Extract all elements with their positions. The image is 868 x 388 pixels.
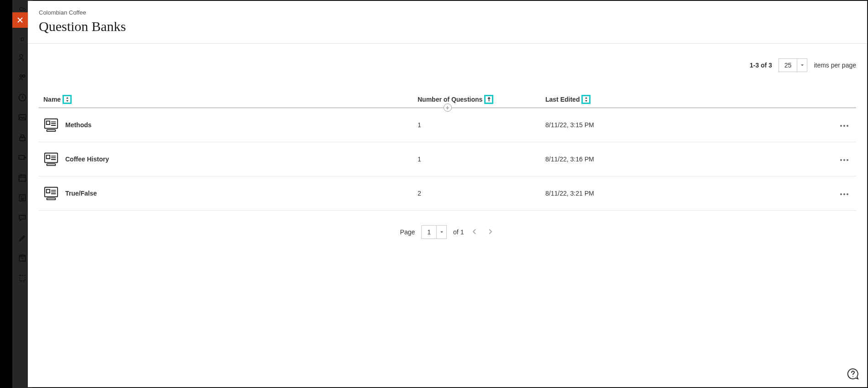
- sort-name-button[interactable]: [63, 95, 72, 104]
- items-per-page-value: 25: [779, 59, 797, 72]
- svg-rect-18: [47, 164, 56, 166]
- row-name: True/False: [65, 190, 97, 197]
- sort-asc-icon: [487, 97, 491, 102]
- svg-rect-13: [47, 121, 50, 125]
- next-page-button[interactable]: [486, 227, 495, 238]
- svg-rect-12: [47, 129, 56, 131]
- panel-body: 1-3 of 3 25 items per page Name Number o…: [28, 44, 867, 387]
- results-count: 1-3 of 3: [750, 62, 772, 69]
- row-date: 8/11/22, 3:16 PM: [545, 155, 594, 163]
- svg-point-20: [840, 159, 842, 161]
- question-banks-table: Name Number of Questions Last Edited: [39, 95, 856, 211]
- svg-rect-24: [47, 198, 56, 200]
- close-icon: [16, 16, 24, 24]
- page-value: 1: [422, 226, 436, 238]
- sort-date-button[interactable]: [581, 95, 591, 104]
- items-per-page-label: items per page: [814, 62, 856, 69]
- table-row[interactable]: True/False 2 8/11/22, 3:21 PM: [39, 176, 856, 211]
- svg-rect-25: [47, 190, 50, 193]
- pager-bottom: Page 1 of 1: [39, 211, 856, 253]
- svg-point-27: [843, 193, 845, 195]
- page-of-text: of 1: [453, 228, 464, 236]
- row-actions-button[interactable]: [837, 154, 852, 165]
- svg-point-28: [847, 193, 848, 195]
- help-chat-icon: [847, 368, 859, 380]
- row-num: 1: [418, 121, 421, 129]
- panel-header: Colombian Coffee Question Banks: [28, 1, 867, 44]
- sort-both-icon: [584, 97, 588, 102]
- row-num: 1: [418, 155, 421, 163]
- question-bank-icon: [43, 186, 59, 201]
- sort-both-icon: [65, 97, 69, 102]
- sort-num-button[interactable]: [484, 95, 493, 104]
- table-header: Name Number of Questions Last Edited: [39, 95, 856, 108]
- breadcrumb[interactable]: Colombian Coffee: [39, 9, 856, 16]
- chevron-down-icon: [797, 59, 807, 72]
- svg-point-16: [847, 125, 848, 127]
- pager-top: 1-3 of 3 25 items per page: [39, 44, 856, 95]
- svg-point-15: [843, 125, 845, 127]
- add-row-button[interactable]: [444, 103, 452, 112]
- page-label: Page: [400, 228, 415, 236]
- help-button[interactable]: [847, 368, 859, 380]
- svg-point-14: [840, 125, 842, 127]
- page-select[interactable]: 1: [421, 225, 447, 239]
- row-date: 8/11/22, 3:21 PM: [545, 190, 594, 197]
- chevron-down-icon: [436, 226, 446, 238]
- row-name: Methods: [65, 121, 92, 129]
- row-date: 8/11/22, 3:15 PM: [545, 121, 594, 129]
- chevron-right-icon: [487, 229, 493, 234]
- question-bank-icon: [43, 117, 59, 133]
- chevron-left-icon: [472, 229, 477, 234]
- row-name: Coffee History: [65, 155, 109, 163]
- more-horizontal-icon: [840, 193, 849, 196]
- page-title: Question Banks: [39, 19, 856, 34]
- table-body: Methods 1 8/11/22, 3:15 PM: [39, 108, 856, 211]
- row-actions-button[interactable]: [837, 119, 852, 130]
- svg-point-26: [840, 193, 842, 195]
- more-horizontal-icon: [840, 124, 849, 127]
- col-header-name[interactable]: Name: [43, 96, 61, 103]
- col-header-num[interactable]: Number of Questions: [418, 96, 482, 103]
- svg-point-22: [847, 159, 848, 161]
- svg-point-21: [843, 159, 845, 161]
- question-banks-panel: Colombian Coffee Question Banks 1-3 of 3…: [27, 0, 868, 388]
- items-per-page-select[interactable]: 25: [779, 58, 808, 72]
- table-row[interactable]: Methods 1 8/11/22, 3:15 PM: [39, 108, 856, 142]
- col-header-date[interactable]: Last Edited: [545, 96, 580, 103]
- close-button[interactable]: [12, 12, 28, 28]
- svg-rect-19: [47, 155, 50, 159]
- table-row[interactable]: Coffee History 1 8/11/22, 3:16 PM: [39, 142, 856, 176]
- plus-icon: [445, 106, 450, 110]
- question-bank-icon: [43, 151, 59, 167]
- row-num: 2: [418, 190, 421, 197]
- svg-point-29: [852, 376, 853, 377]
- more-horizontal-icon: [840, 159, 849, 161]
- row-actions-button[interactable]: [837, 188, 852, 199]
- prev-page-button[interactable]: [470, 227, 479, 238]
